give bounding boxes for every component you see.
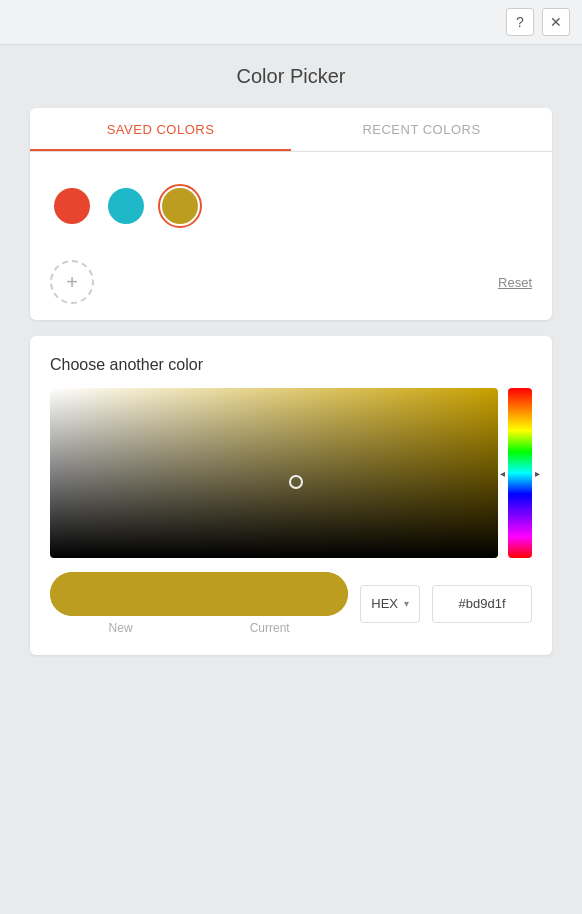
gradient-canvas[interactable] [50,388,498,558]
picker-body: ◂ ▸ [50,388,532,558]
swatch-red-inner [54,188,90,224]
chevron-down-icon: ▾ [404,598,409,609]
hex-format-label: HEX [371,596,398,611]
hex-value-input[interactable] [432,585,532,623]
page-title: Color Picker [30,65,552,88]
picker-title: Choose another color [50,356,532,374]
color-preview[interactable] [50,572,348,616]
color-preview-container: New Current [50,572,348,635]
current-label: Current [250,621,290,635]
color-tabs: SAVED COLORS RECENT COLORS [30,108,552,152]
card-bottom-row: + Reset [30,252,552,304]
help-button[interactable]: ? [506,8,534,36]
new-label: New [109,621,133,635]
close-button[interactable]: ✕ [542,8,570,36]
swatch-gold-inner [162,188,198,224]
top-bar: ? ✕ [0,0,582,45]
tab-saved-colors[interactable]: SAVED COLORS [30,108,291,151]
hue-arrow-right-icon: ▸ [535,468,540,479]
picker-preview-row: New Current HEX ▾ [50,572,532,635]
picker-card: Choose another color [30,336,552,655]
color-preview-split [50,572,348,616]
main-content: Color Picker SAVED COLORS RECENT COLORS … [0,45,582,914]
swatch-gold[interactable] [158,184,202,228]
svg-rect-1 [50,388,498,558]
swatch-teal[interactable] [104,184,148,228]
swatch-red[interactable] [50,184,94,228]
color-current [199,572,348,616]
picker-controls: New Current HEX ▾ [50,572,532,635]
colors-card: SAVED COLORS RECENT COLORS + Reset [30,108,552,320]
tab-recent-colors[interactable]: RECENT COLORS [291,108,552,151]
add-color-button[interactable]: + [50,260,94,304]
hex-format-select[interactable]: HEX ▾ [360,585,420,623]
swatch-teal-inner [108,188,144,224]
reset-link[interactable]: Reset [498,275,532,290]
hue-slider-wrap: ◂ ▸ [508,388,532,558]
preview-labels: New Current [50,621,348,635]
hue-slider[interactable] [508,388,532,558]
hue-arrow-left-icon: ◂ [500,468,505,479]
color-new [50,572,199,616]
saved-colors-area [30,152,552,252]
